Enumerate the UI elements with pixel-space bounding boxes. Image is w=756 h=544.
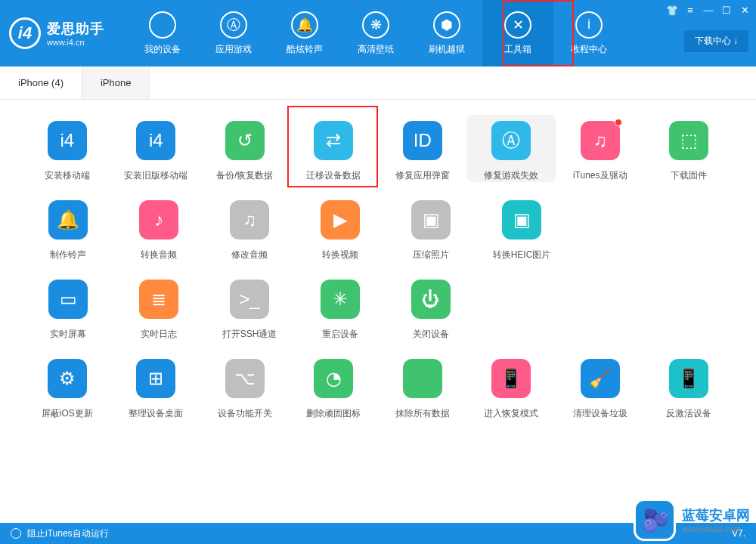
tool-进入恢复模式[interactable]: 📱进入恢复模式 — [467, 359, 556, 420]
tool-label: 压缩照片 — [413, 249, 449, 261]
footer-text[interactable]: 阻止iTunes自动运行 — [27, 527, 109, 540]
tool-label: 转换音频 — [141, 249, 177, 261]
tool-label: 转换视频 — [322, 249, 358, 261]
tool-修改音频[interactable]: ♫修改音频 — [204, 200, 295, 261]
tool-label: 设备功能开关 — [218, 407, 272, 420]
tool-删除顽固图标[interactable]: ◔删除顽固图标 — [290, 359, 379, 420]
maximize-icon[interactable]: ☐ — [720, 3, 733, 17]
tool-转换视频[interactable]: ▶转换视频 — [295, 200, 386, 261]
tool-实时日志[interactable]: ≣实时日志 — [113, 280, 204, 341]
tool-实时屏幕[interactable]: ▭实时屏幕 — [23, 280, 113, 341]
tool-icon: 🧹 — [581, 359, 620, 398]
tool-label: iTunes及驱动 — [573, 169, 627, 182]
shirt-icon[interactable]: 👕 — [665, 3, 679, 17]
tool-label: 进入恢复模式 — [484, 407, 538, 420]
tool-icon: ⬚ — [669, 121, 708, 160]
window-controls: 👕 ≡ — ☐ ✕ — [665, 3, 751, 17]
tool-整理设备桌面[interactable]: ⊞整理设备桌面 — [112, 359, 201, 420]
tool-label: 修复游戏失效 — [484, 169, 538, 182]
tool-icon: ♪ — [139, 200, 178, 240]
minimize-icon[interactable]: — — [702, 3, 715, 17]
tool-icon: i4 — [136, 121, 175, 160]
nav-label: 工具箱 — [504, 43, 531, 56]
tool-label: 清理设备垃圾 — [573, 407, 627, 420]
nav-刷机越狱[interactable]: ⬢刷机越狱 — [411, 0, 482, 66]
logo-icon: i4 — [9, 17, 41, 49]
tab-iPhone (4)[interactable]: iPhone (4) — [0, 66, 82, 99]
tool-label: 重启设备 — [322, 328, 358, 341]
tool-label: 反激活设备 — [666, 407, 711, 420]
tool-抹除所有数据[interactable]: 抹除所有数据 — [378, 359, 467, 420]
tool-下载固件[interactable]: ⬚下载固件 — [645, 121, 734, 182]
tool-label: 打开SSH通道 — [222, 328, 277, 341]
tool-label: 抹除所有数据 — [395, 407, 450, 420]
tool-迁移设备数据[interactable]: ⇄迁移设备数据 — [290, 121, 379, 182]
tool-icon: ⌥ — [225, 359, 265, 398]
tab-iPhone[interactable]: iPhone — [82, 66, 150, 99]
app-logo[interactable]: i4 爱思助手 www.i4.cn — [9, 17, 104, 49]
tool-label: 删除顽固图标 — [306, 407, 361, 420]
tool-icon: ▣ — [411, 200, 451, 240]
toggle-icon[interactable] — [11, 528, 21, 539]
nav-label: 高清壁纸 — [358, 43, 394, 56]
tool-label: 实时屏幕 — [50, 328, 86, 341]
tool-icon: 🔔 — [48, 200, 88, 240]
tool-反激活设备[interactable]: 📱反激活设备 — [645, 359, 734, 420]
tool-label: 备份/恢复数据 — [216, 169, 273, 182]
tool-icon: ▣ — [502, 200, 541, 240]
tool-label: 修改音频 — [231, 249, 268, 261]
tool-label: 关闭设备 — [413, 328, 449, 341]
tool-设备功能开关[interactable]: ⌥设备功能开关 — [200, 359, 290, 420]
tool-修复游戏失效[interactable]: Ⓐ修复游戏失效 — [467, 115, 556, 182]
tool-清理设备垃圾[interactable]: 🧹清理设备垃圾 — [556, 359, 645, 420]
tool-icon: ⊞ — [136, 359, 175, 398]
nav-label: 应用游戏 — [215, 43, 252, 56]
tool-icon: ↺ — [225, 121, 265, 160]
watermark-icon: 🫐 — [634, 499, 676, 541]
tool-制作铃声[interactable]: 🔔制作铃声 — [23, 200, 113, 261]
nav-应用游戏[interactable]: Ⓐ应用游戏 — [198, 0, 269, 66]
tool-转换HEIC图片[interactable]: ▣转换HEIC图片 — [476, 200, 567, 261]
tool-打开SSH通道[interactable]: >_打开SSH通道 — [204, 280, 295, 341]
menu-icon[interactable]: ≡ — [683, 3, 697, 17]
tool-备份/恢复数据[interactable]: ↺备份/恢复数据 — [200, 121, 290, 182]
tool-屏蔽iOS更新[interactable]: ⚙屏蔽iOS更新 — [23, 359, 112, 420]
tool-转换音频[interactable]: ♪转换音频 — [113, 200, 204, 261]
tool-压缩照片[interactable]: ▣压缩照片 — [386, 200, 476, 261]
tool-icon — [403, 359, 442, 398]
nav-酷炫铃声[interactable]: 🔔酷炫铃声 — [269, 0, 340, 66]
notification-dot — [615, 119, 622, 126]
watermark-title: 蓝莓安卓网 — [682, 506, 750, 524]
tool-icon: ⇄ — [314, 121, 353, 160]
close-icon[interactable]: ✕ — [738, 3, 751, 17]
watermark: 🫐 蓝莓安卓网 www.lmkjsl.com — [634, 499, 750, 541]
nav-工具箱[interactable]: ✕工具箱 — [482, 0, 553, 66]
app-url: www.i4.cn — [47, 38, 104, 47]
nav-label: 刷机越狱 — [429, 43, 465, 56]
nav-icon — [149, 11, 176, 39]
tool-重启设备[interactable]: ✳重启设备 — [295, 280, 386, 341]
nav-icon: ❋ — [362, 11, 389, 39]
tool-icon: 📱 — [669, 359, 708, 398]
tool-iTunes及驱动[interactable]: ♫iTunes及驱动 — [556, 121, 645, 182]
tool-icon: ♫ — [581, 121, 620, 160]
tool-icon: ID — [403, 121, 442, 160]
app-name: 爱思助手 — [47, 20, 104, 38]
nav-icon: 🔔 — [291, 11, 318, 39]
tool-icon: ⏻ — [411, 280, 451, 319]
tool-修复应用弹窗[interactable]: ID修复应用弹窗 — [378, 121, 467, 182]
tool-label: 迁移设备数据 — [306, 169, 361, 182]
nav-高清壁纸[interactable]: ❋高清壁纸 — [340, 0, 411, 66]
nav-icon: ⬢ — [433, 11, 460, 39]
tool-关闭设备[interactable]: ⏻关闭设备 — [386, 280, 476, 341]
nav-icon: Ⓐ — [220, 11, 247, 39]
download-center-button[interactable]: 下载中心 ↓ — [684, 30, 748, 52]
tool-label: 转换HEIC图片 — [493, 249, 551, 261]
nav-教程中心[interactable]: i教程中心 — [553, 0, 624, 66]
nav-icon: i — [575, 11, 603, 39]
nav-我的设备[interactable]: 我的设备 — [127, 0, 198, 66]
tool-icon: ✳ — [321, 280, 360, 319]
tool-安装移动端[interactable]: i4安装移动端 — [23, 121, 112, 182]
tool-安装旧版移动端[interactable]: i4安装旧版移动端 — [112, 121, 201, 182]
tool-label: 安装旧版移动端 — [124, 169, 187, 182]
